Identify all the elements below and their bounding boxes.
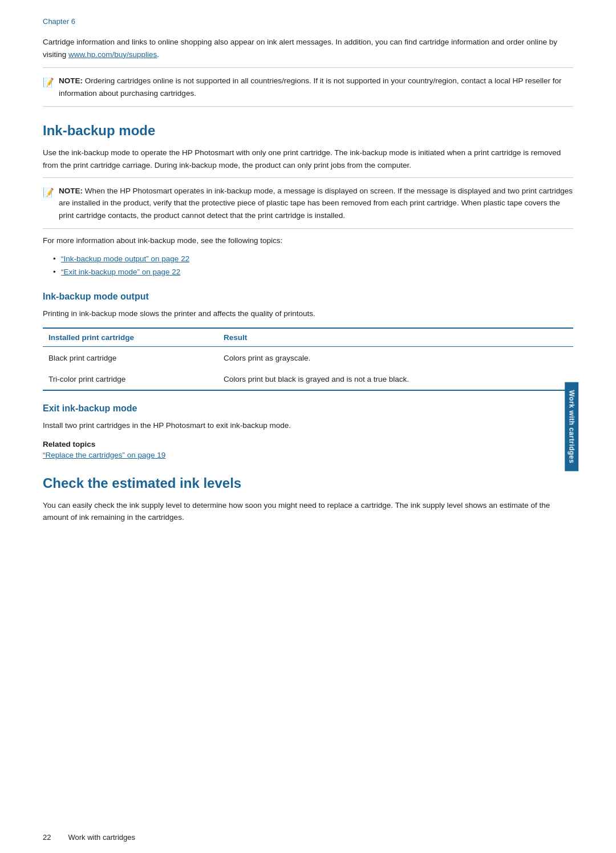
page-footer: 22 Work with cartridges [43, 833, 573, 842]
note-label-1: NOTE: [59, 76, 83, 85]
table-col1-header: Installed print cartridge [43, 328, 218, 347]
note-label-2: NOTE: [59, 187, 83, 195]
ink-backup-output-heading: Ink-backup mode output [43, 292, 573, 302]
table-row1-col2: Colors print as grayscale. [218, 347, 573, 369]
exit-ink-backup-body: Install two print cartridges in the HP P… [43, 419, 573, 432]
table-row: Black print cartridge Colors print as gr… [43, 347, 573, 369]
ink-backup-table: Installed print cartridge Result Black p… [43, 328, 573, 391]
note-icon-1: 📝 [43, 75, 54, 90]
chapter-label: Chapter 6 [43, 17, 573, 26]
table-row2-col1: Tri-color print cartridge [43, 369, 218, 390]
note-text-2: NOTE: When the HP Photosmart operates in… [59, 185, 573, 222]
ink-backup-body: Use the ink-backup mode to operate the H… [43, 147, 573, 171]
divider-4 [43, 228, 573, 229]
intro-paragraph: Cartridge information and links to onlin… [43, 36, 573, 60]
exit-ink-backup-heading: Exit ink-backup mode [43, 403, 573, 414]
note-content-1: Ordering cartridges online is not suppor… [59, 76, 561, 98]
table-row: Tri-color print cartridge Colors print b… [43, 369, 573, 390]
note-content-2: When the HP Photosmart operates in ink-b… [59, 187, 573, 220]
note-box-1: 📝 NOTE: Ordering cartridges online is no… [43, 75, 573, 99]
exit-ink-backup-link[interactable]: “Exit ink-backup mode” on page 22 [61, 268, 180, 276]
more-info-text: For more information about ink-backup mo… [43, 235, 573, 247]
related-topics-label: Related topics [43, 440, 573, 448]
hp-buy-link[interactable]: www.hp.com/buy/supplies [68, 50, 157, 59]
ink-backup-output-body: Printing in ink-backup mode slows the pr… [43, 308, 573, 320]
footer-section-label: Work with cartridges [68, 833, 135, 842]
note-box-2: 📝 NOTE: When the HP Photosmart operates … [43, 185, 573, 222]
divider-2 [43, 106, 573, 107]
side-tab: Work with cartridges [565, 382, 578, 471]
ink-backup-links-list: “Ink-backup mode output” on page 22 “Exi… [43, 253, 573, 279]
ink-backup-heading: Ink-backup mode [43, 123, 573, 139]
page-container: Work with cartridges Chapter 6 Cartridge… [0, 0, 616, 853]
list-item-1: “Ink-backup mode output” on page 22 [54, 253, 573, 266]
list-item-2: “Exit ink-backup mode” on page 22 [54, 266, 573, 279]
related-topics-link-container: “Replace the cartridges” on page 19 [43, 451, 573, 459]
replace-cartridges-link[interactable]: “Replace the cartridges” on page 19 [43, 451, 165, 459]
check-ink-body: You can easily check the ink supply leve… [43, 499, 573, 524]
note-icon-2: 📝 [43, 185, 54, 200]
note-text-1: NOTE: Ordering cartridges online is not … [59, 75, 573, 99]
check-ink-heading: Check the estimated ink levels [43, 475, 573, 491]
table-row1-col1: Black print cartridge [43, 347, 218, 369]
main-content: Chapter 6 Cartridge information and link… [43, 0, 573, 524]
divider-1 [43, 67, 573, 68]
intro-text-after-link: . [157, 50, 159, 59]
table-header-row: Installed print cartridge Result [43, 328, 573, 347]
ink-backup-output-link[interactable]: “Ink-backup mode output” on page 22 [61, 254, 189, 263]
table-col2-header: Result [218, 328, 573, 347]
divider-3 [43, 177, 573, 178]
footer-page-number: 22 [43, 833, 51, 842]
table-row2-col2: Colors print but black is grayed and is … [218, 369, 573, 390]
side-tab-label: Work with cartridges [568, 390, 576, 463]
